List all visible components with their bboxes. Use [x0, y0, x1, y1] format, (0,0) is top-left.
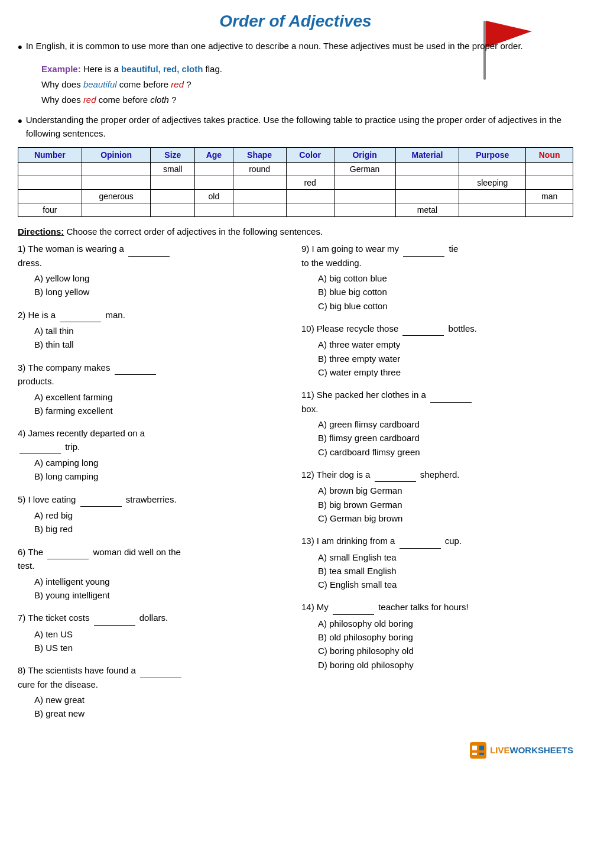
- why1-before: Why does: [41, 79, 83, 89]
- q4-option-b: B) long camping: [34, 469, 290, 483]
- q13-blank: [400, 535, 441, 549]
- question-2-text: 2) He is a man.: [18, 309, 290, 323]
- q7-options: A) ten US B) US ten: [34, 627, 290, 655]
- cell-1-9: [459, 163, 526, 176]
- cell-2-2: [82, 176, 151, 190]
- example-label: Example:: [41, 64, 81, 74]
- q11-after: box.: [301, 404, 318, 414]
- q12-option-b: B) big brown German: [318, 498, 573, 511]
- why2-cloth: cloth: [150, 95, 169, 105]
- cell-2-4: [195, 176, 233, 190]
- table-header-row: Number Opinion Size Age Shape Color Orig…: [18, 148, 573, 163]
- q13-option-a: A) small English tea: [318, 550, 573, 564]
- question-8: 8) The scientists have found a cure for …: [18, 664, 290, 721]
- questions-right-column: 9) I am going to wear my tie to the wedd…: [301, 242, 573, 730]
- cell-1-5: round: [233, 163, 286, 176]
- col-age: Age: [195, 148, 233, 163]
- q11-option-b: B) flimsy green cardboard: [318, 431, 573, 445]
- question-3-text: 3) The company makes products.: [18, 361, 290, 388]
- cell-1-6: [286, 163, 334, 176]
- q3-options: A) excellent farming B) farming excellen…: [34, 390, 290, 418]
- logo-live: LIVE: [490, 745, 509, 755]
- q8-option-b: B) great new: [34, 707, 290, 720]
- question-6-text: 6) The woman did well on the test.: [18, 546, 290, 573]
- example-text-after: flag.: [206, 64, 222, 74]
- cell-4-2: [82, 203, 151, 217]
- cell-2-3: [151, 176, 195, 190]
- q14-option-d: D) boring old philosophy: [318, 658, 573, 672]
- q1-option-a: A) yellow long: [34, 271, 290, 285]
- cell-2-1: [18, 176, 82, 190]
- q14-text: 14) My teacher talks for hours!: [301, 602, 469, 612]
- q10-blank: [402, 322, 444, 336]
- cell-3-7: [334, 190, 395, 203]
- q10-option-a: A) three water empty: [318, 338, 573, 351]
- liveworksheets-icon: [469, 741, 488, 760]
- q10-text: 10) Please recycle those bottles.: [301, 323, 477, 333]
- why2-line: Why does red come before cloth ?: [41, 93, 573, 107]
- q3-blank: [115, 361, 156, 375]
- intro-bullet-2: • Understanding the proper order of adje…: [18, 113, 573, 141]
- question-14: 14) My teacher talks for hours! A) philo…: [301, 601, 573, 672]
- cell-3-1: [18, 190, 82, 203]
- question-12-text: 12) Their dog is a shepherd.: [301, 468, 573, 482]
- cell-4-6: [286, 203, 334, 217]
- q8-text: 8) The scientists have found a: [18, 665, 183, 675]
- question-6: 6) The woman did well on the test. A) in…: [18, 546, 290, 603]
- why1-middle: come before: [119, 79, 171, 89]
- q6-option-a: A) intelligent young: [34, 575, 290, 588]
- q11-option-c: C) cardboard flimsy green: [318, 445, 573, 459]
- col-color: Color: [286, 148, 334, 163]
- q9-after: to the wedding.: [301, 258, 362, 268]
- q9-text: 9) I am going to wear my tie: [301, 244, 458, 254]
- q11-options: A) green flimsy cardboard B) flimsy gree…: [318, 417, 573, 459]
- svg-rect-4: [470, 742, 486, 759]
- q8-option-a: A) new great: [34, 693, 290, 707]
- q5-options: A) red big B) big red: [34, 509, 290, 536]
- question-12: 12) Their dog is a shepherd. A) brown bi…: [301, 468, 573, 525]
- question-7: 7) The ticket costs dollars. A) ten US B…: [18, 611, 290, 655]
- q6-text: 6) The woman did well on the: [18, 547, 181, 557]
- col-size: Size: [151, 148, 195, 163]
- q8-options: A) new great B) great new: [34, 693, 290, 721]
- q4-after: trip.: [18, 442, 80, 452]
- question-3: 3) The company makes products. A) excell…: [18, 361, 290, 418]
- q1-option-b: B) long yellow: [34, 285, 290, 299]
- col-opinion: Opinion: [82, 148, 151, 163]
- question-5-text: 5) I love eating strawberries.: [18, 493, 290, 507]
- q3-after: products.: [18, 376, 54, 386]
- q4-option-a: A) camping long: [34, 456, 290, 469]
- q6-options: A) intelligent young B) young intelligen…: [34, 575, 290, 603]
- q5-blank: [80, 493, 122, 507]
- adjective-table: Number Opinion Size Age Shape Color Orig…: [18, 147, 573, 217]
- why2-red: red: [83, 95, 96, 105]
- why2-before: Why does: [41, 95, 83, 105]
- table-row: red sleeping: [18, 176, 573, 190]
- q14-options: A) philosophy old boring B) old philosop…: [318, 617, 573, 672]
- intro-text-2: Understanding the proper order of adject…: [26, 113, 573, 141]
- intro-text-1: In English, it is common to use more tha…: [26, 39, 523, 53]
- question-5: 5) I love eating strawberries. A) red bi…: [18, 493, 290, 536]
- q2-text: 2) He is a man.: [18, 310, 125, 320]
- q6-blank: [47, 546, 89, 560]
- q7-text: 7) The ticket costs dollars.: [18, 613, 168, 623]
- question-13: 13) I am drinking from a cup. A) small E…: [301, 535, 573, 591]
- table-body: small round German red sleeping: [18, 163, 573, 217]
- q9-options: A) big cotton blue B) blue big cotton C)…: [318, 271, 573, 313]
- questions-left-column: 1) The woman is wearing a dress. A) yell…: [18, 242, 290, 730]
- example-text-before: Here is a: [83, 64, 121, 74]
- cell-1-3: small: [151, 163, 195, 176]
- q14-option-a: A) philosophy old boring: [318, 617, 573, 630]
- cell-2-7: [334, 176, 395, 190]
- cell-2-10: [526, 176, 573, 190]
- q5-text: 5) I love eating strawberries.: [18, 494, 177, 504]
- logo-worksheets: WORKSHEETS: [509, 745, 573, 755]
- cell-1-1: [18, 163, 82, 176]
- q10-option-c: C) water empty three: [318, 365, 573, 379]
- q4-blank: [20, 441, 61, 455]
- why1-beautiful: beautiful: [83, 79, 117, 89]
- bullet-dot-1: •: [18, 39, 22, 56]
- question-8-text: 8) The scientists have found a cure for …: [18, 664, 290, 691]
- q7-option-a: A) ten US: [34, 627, 290, 641]
- q9-option-a: A) big cotton blue: [318, 271, 573, 285]
